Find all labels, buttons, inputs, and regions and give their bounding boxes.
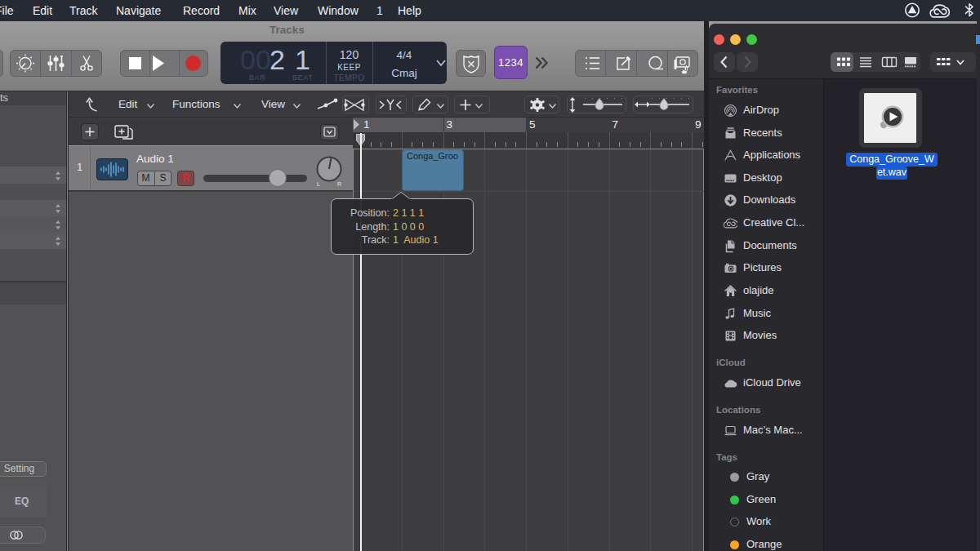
svg-text:L: L (317, 181, 320, 187)
svg-text:R: R (337, 181, 341, 187)
